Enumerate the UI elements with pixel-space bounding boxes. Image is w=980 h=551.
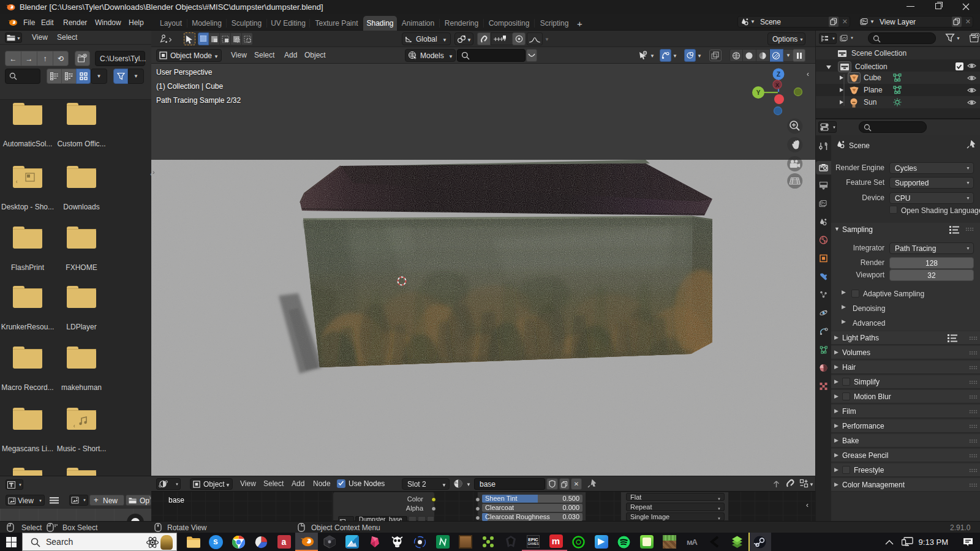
svg-text:Z: Z [777, 71, 780, 78]
svg-text:Collection: Collection [855, 62, 888, 71]
svg-text:Sun: Sun [864, 98, 876, 107]
svg-text:Y: Y [756, 89, 761, 96]
svg-text:Plane: Plane [864, 86, 883, 94]
svg-text:Cube: Cube [864, 73, 881, 82]
svg-text:Scene Collection: Scene Collection [851, 49, 907, 58]
svg-text:X: X [775, 82, 779, 88]
